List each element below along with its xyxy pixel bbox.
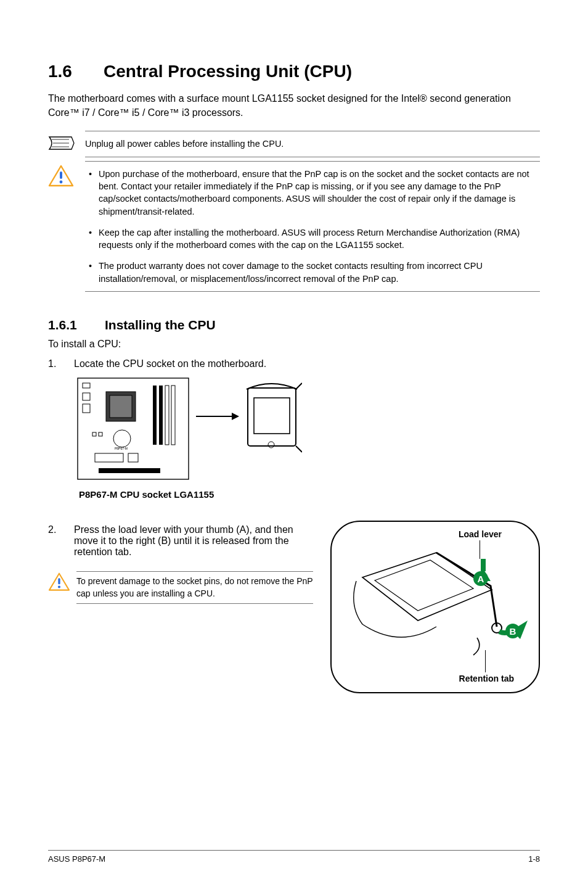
motherboard-diagram: P8P67-M P8P67-M CPU socket LGA1155 bbox=[74, 374, 540, 500]
svg-point-15 bbox=[113, 430, 131, 447]
pencil-icon bbox=[48, 134, 75, 153]
warning-content: Upon purchase of the motherboard, ensure… bbox=[85, 161, 540, 292]
warning-icon-col bbox=[48, 161, 85, 292]
subsection-heading: 1.6.1Installing the CPU bbox=[48, 318, 540, 332]
badge-b: B bbox=[505, 624, 520, 638]
svg-rect-21 bbox=[99, 432, 102, 436]
socket-figure-svg bbox=[332, 522, 541, 695]
footer-right: 1-8 bbox=[528, 854, 540, 864]
svg-point-26 bbox=[268, 442, 274, 448]
warning-item: Keep the cap after installing the mother… bbox=[85, 226, 539, 252]
step-2: 2. Press the load lever with your thumb … bbox=[48, 524, 313, 558]
section-title: Central Processing Unit (CPU) bbox=[104, 62, 352, 81]
step-text: Locate the CPU socket on the motherboard… bbox=[74, 358, 266, 369]
section-number: 1.6 bbox=[48, 62, 104, 81]
caution-icon bbox=[48, 572, 70, 592]
svg-rect-14 bbox=[171, 386, 175, 445]
inner-warning-icon-col bbox=[48, 571, 76, 604]
svg-line-28 bbox=[296, 446, 302, 452]
svg-rect-29 bbox=[58, 578, 60, 584]
svg-rect-20 bbox=[92, 432, 96, 436]
svg-rect-19 bbox=[99, 468, 160, 473]
warning-block: Upon purchase of the motherboard, ensure… bbox=[48, 161, 540, 292]
socket-callout-figure: Load lever A B Retention tab bbox=[330, 521, 540, 693]
svg-rect-12 bbox=[159, 386, 163, 445]
svg-rect-18 bbox=[128, 453, 138, 462]
step-number: 1. bbox=[48, 358, 74, 369]
svg-line-27 bbox=[296, 383, 302, 389]
note-block: Unplug all power cables before installin… bbox=[48, 131, 540, 157]
svg-rect-7 bbox=[83, 393, 90, 400]
note-icon-col bbox=[48, 131, 85, 157]
subsection-number: 1.6.1 bbox=[48, 318, 105, 332]
svg-rect-24 bbox=[248, 388, 296, 446]
svg-rect-35 bbox=[481, 559, 486, 571]
svg-rect-8 bbox=[83, 404, 90, 413]
svg-rect-10 bbox=[110, 395, 132, 418]
svg-rect-17 bbox=[95, 453, 123, 462]
footer-left: ASUS P8P67-M bbox=[48, 854, 105, 864]
intro-paragraph: The motherboard comes with a surface mou… bbox=[48, 91, 540, 120]
retention-tab-label: Retention tab bbox=[459, 674, 514, 683]
inner-warning-block: To prevent damage to the socket pins, do… bbox=[48, 571, 313, 604]
motherboard-svg: P8P67-M bbox=[74, 374, 302, 485]
warning-item: The product warranty does not cover dama… bbox=[85, 260, 539, 285]
caution-icon bbox=[48, 165, 74, 188]
page-footer: ASUS P8P67-M 1-8 bbox=[48, 850, 540, 864]
svg-marker-23 bbox=[232, 413, 239, 420]
subsection-title: Installing the CPU bbox=[105, 318, 216, 332]
svg-text:P8P67-M: P8P67-M bbox=[115, 447, 128, 450]
step-number: 2. bbox=[48, 524, 74, 558]
svg-rect-3 bbox=[60, 171, 62, 179]
svg-marker-31 bbox=[362, 553, 492, 621]
inner-warning-text: To prevent damage to the socket pins, do… bbox=[76, 571, 313, 604]
subsection-intro: To install a CPU: bbox=[48, 339, 540, 350]
note-text: Unplug all power cables before installin… bbox=[85, 131, 540, 157]
warning-item: Upon purchase of the motherboard, ensure… bbox=[85, 168, 539, 218]
step-2-row: 2. Press the load lever with your thumb … bbox=[48, 521, 540, 693]
diagram-caption: P8P67-M CPU socket LGA1155 bbox=[79, 489, 540, 500]
svg-point-30 bbox=[58, 586, 60, 588]
step-text: Press the load lever with your thumb (A)… bbox=[74, 524, 313, 558]
svg-rect-11 bbox=[153, 386, 157, 445]
section-heading: 1.6Central Processing Unit (CPU) bbox=[48, 62, 540, 81]
step-1: 1. Locate the CPU socket on the motherbo… bbox=[48, 358, 540, 369]
svg-rect-6 bbox=[83, 383, 90, 388]
callout-line bbox=[485, 650, 486, 672]
svg-point-4 bbox=[60, 180, 63, 183]
svg-rect-25 bbox=[254, 398, 290, 434]
badge-a: A bbox=[473, 571, 488, 586]
svg-rect-13 bbox=[165, 386, 169, 445]
